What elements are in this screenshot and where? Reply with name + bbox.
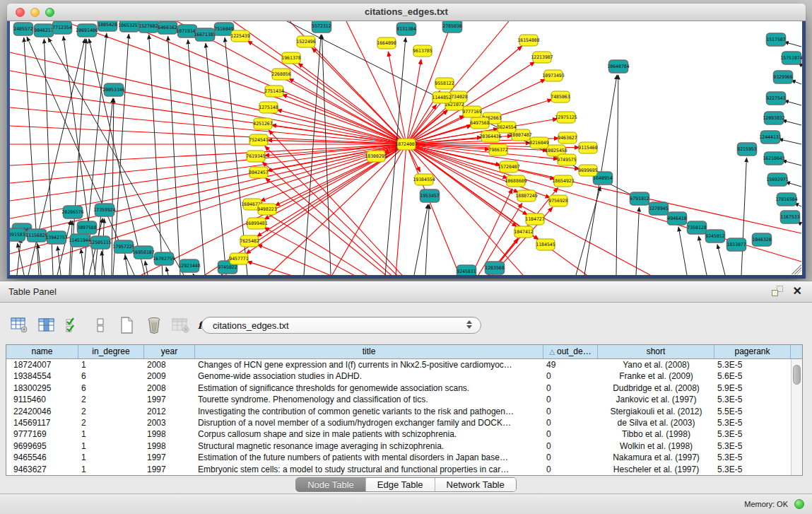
paper-node[interactable]: 1275148	[259, 102, 278, 113]
paper-node[interactable]: 10973493	[542, 70, 564, 81]
table-row[interactable]: 1830029562008Estimation of significance …	[6, 382, 802, 394]
float-panel-icon[interactable]	[772, 286, 783, 296]
paper-node[interactable]: 6497568	[470, 117, 489, 129]
table-mode-icon[interactable]	[10, 316, 29, 334]
paper-node[interactable]: 15720407	[498, 161, 519, 173]
cited-paper-node[interactable]: 9046217	[34, 24, 53, 37]
paper-node[interactable]: 1104727	[525, 214, 544, 225]
cited-paper-node[interactable]: 20691406	[76, 24, 98, 37]
paper-node[interactable]: 9699695	[578, 165, 597, 176]
paper-node[interactable]: 9457771	[229, 253, 248, 264]
tab-network-table[interactable]: Network Table	[435, 478, 516, 491]
cited-paper-node[interactable]: 11451944	[69, 234, 90, 247]
cited-paper-node[interactable]: 6791912	[630, 192, 649, 205]
network-canvas[interactable]: 2405572904621777123542069140618054281065…	[10, 21, 802, 275]
cited-paper-node[interactable]: 1527602	[139, 21, 158, 33]
paper-node[interactable]: 7625402	[240, 235, 259, 247]
window-titlebar[interactable]: citations_edges.txt	[7, 4, 806, 21]
cited-paper-node[interactable]: 11156829	[25, 229, 47, 242]
paper-node[interactable]: 4251267	[253, 118, 272, 129]
cited-paper-node[interactable]: 1046320	[752, 233, 771, 246]
cited-paper-node[interactable]: 8215953	[737, 143, 756, 156]
cited-paper-node[interactable]: 15692971	[766, 173, 788, 186]
paper-node[interactable]: 1184545	[536, 239, 555, 250]
cited-paper-node[interactable]: 5572312	[312, 21, 331, 33]
paper-node[interactable]: 9777169	[462, 106, 481, 117]
table-row[interactable]: 2242004622012Investigating the contribut…	[6, 406, 802, 417]
cited-paper-node[interactable]: 7712354	[52, 21, 71, 34]
delete-table-icon[interactable]	[171, 316, 190, 334]
close-panel-icon[interactable]: ✕	[793, 286, 802, 296]
show-columns-icon[interactable]	[37, 316, 56, 334]
cited-paper-node[interactable]: 1203568	[485, 262, 504, 274]
network-view-window[interactable]: citations_edges.txt 240557290462177712	[7, 4, 806, 279]
paper-node[interactable]: 9115460	[578, 142, 597, 153]
table-row[interactable]: 1938455462009Genome-wide association stu…	[6, 370, 802, 382]
table-selector-dropdown[interactable]: citations_edges.txt	[201, 317, 481, 334]
cited-paper-node[interactable]: 1167533	[780, 211, 799, 223]
paper-node[interactable]: 9749575	[557, 154, 576, 165]
table-scrollbar-thumb[interactable]	[793, 365, 801, 385]
cited-paper-node[interactable]: 4946410	[667, 212, 686, 225]
paper-node[interactable]: 2751434	[264, 86, 283, 97]
paper-node[interactable]: 18724007	[395, 139, 417, 150]
cited-paper-node[interactable]: 15751074	[780, 52, 802, 64]
table-scrollbar[interactable]	[791, 359, 802, 475]
column-header-short[interactable]: short	[598, 345, 714, 358]
paper-node[interactable]: 16154808	[517, 35, 539, 46]
cited-paper-node[interactable]: 2785036	[442, 21, 461, 33]
cited-paper-node[interactable]: 6466162	[158, 21, 177, 34]
table-row[interactable]: 911546021997Tourette syndrome. Phenomeno…	[6, 394, 802, 405]
paper-node[interactable]: 1047412	[514, 226, 533, 238]
paper-node[interactable]: 18300295	[365, 151, 387, 162]
citation-network-graph[interactable]: 2405572904621777123542069140618054281065…	[10, 21, 802, 275]
cited-paper-node[interactable]: 2405572	[13, 23, 33, 35]
cited-paper-node[interactable]: 20053346	[102, 83, 124, 96]
cited-paper-node[interactable]: 16671385	[194, 28, 216, 41]
create-column-icon[interactable]	[117, 316, 136, 334]
cited-paper-node[interactable]: 20206576	[61, 206, 83, 218]
cited-paper-node[interactable]: 9245012	[705, 230, 724, 243]
table-row[interactable]: 977716911998Corpus callosum shape and si…	[6, 428, 802, 440]
paper-node[interactable]: 2260856	[271, 69, 290, 80]
tab-node-table[interactable]: Node Table	[296, 478, 366, 491]
cited-paper-node[interactable]: 1953457	[420, 189, 439, 202]
cited-paper-node[interactable]: 9245031	[457, 265, 476, 275]
cited-paper-node[interactable]: 16782759	[153, 252, 175, 265]
paper-node[interactable]: 8216049	[529, 137, 548, 148]
cited-paper-node[interactable]: 17359924	[93, 204, 115, 216]
column-header-in_degree[interactable]: in_degree	[78, 345, 144, 358]
paper-node[interactable]: 12975125	[555, 112, 577, 123]
cited-paper-node[interactable]: 16210643	[763, 152, 784, 165]
cited-paper-node[interactable]: 16958107	[132, 246, 154, 259]
paper-node[interactable]: 7986372	[488, 144, 507, 156]
paper-node[interactable]: 1961378	[281, 52, 300, 64]
cited-paper-node[interactable]: 10648784	[607, 60, 629, 73]
cited-paper-node[interactable]: 12093832	[763, 112, 784, 124]
cited-paper-node[interactable]: 1805428	[98, 21, 117, 31]
column-selection-icon[interactable]	[64, 316, 83, 334]
paper-node[interactable]: 1664090	[377, 37, 396, 49]
paper-node[interactable]: 8042457	[249, 167, 268, 178]
paper-node[interactable]: 1144852	[432, 92, 451, 103]
column-header-pagerank[interactable]: pagerank	[714, 345, 791, 358]
column-header-out_de[interactable]: △out_de…	[543, 345, 598, 358]
cited-paper-node[interactable]: 7350128	[687, 221, 706, 234]
paper-node[interactable]: 12213987	[531, 52, 553, 63]
table-row[interactable]: 946362711997Embryonic stem cells: a mode…	[6, 464, 802, 475]
paper-node[interactable]: 16099481	[245, 218, 267, 229]
paper-node[interactable]: 1225439	[230, 30, 249, 42]
paper-node[interactable]: 9558122	[435, 78, 454, 89]
paper-node[interactable]: 9498223	[257, 204, 276, 215]
cited-paper-node[interactable]: 9329966	[773, 71, 792, 83]
cited-paper-node[interactable]: 9227543	[766, 92, 785, 105]
cited-paper-node[interactable]: 12505115	[89, 236, 111, 249]
paper-node[interactable]: 10688609	[505, 175, 526, 187]
paper-node[interactable]: 7524541	[249, 134, 268, 146]
cited-paper-node[interactable]: 8131304	[396, 23, 416, 35]
cited-paper-node[interactable]: 3097588	[77, 221, 96, 234]
column-header-year[interactable]: year	[144, 345, 195, 358]
cited-paper-node[interactable]: 17957225	[112, 240, 134, 253]
table-row[interactable]: 946554611997Estimation of the future num…	[6, 452, 802, 463]
row-height-icon[interactable]	[90, 316, 110, 334]
